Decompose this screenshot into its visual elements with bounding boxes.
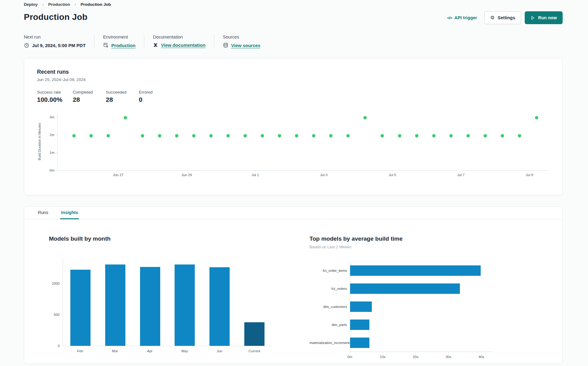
run-duration-dot[interactable] [278,134,281,137]
settings-button[interactable]: ⚙ Settings [484,11,521,24]
sources-block: Sources View sources [223,35,269,48]
bar-slot [167,257,202,346]
run-duration-dot[interactable] [192,134,196,137]
top-models-chart: Top models by average build time Based o… [309,235,493,363]
dbt-docs-icon [153,43,158,48]
run-duration-dot[interactable] [415,134,418,137]
run-duration-dot[interactable] [483,134,487,137]
run-duration-dot[interactable] [312,134,316,137]
environment-block: Environment Production [103,35,144,48]
view-sources-link[interactable]: View sources [231,43,261,48]
x-axis-tick-mark [255,170,256,172]
bar-slot [237,257,272,346]
x-axis-tick-label: Jul 3 [320,173,327,177]
x-axis-tick-label: Jul 5 [389,173,396,177]
run-duration-dot[interactable] [398,134,401,137]
top-models-rows: fct_order_itemsfct_ordersdim_customersdi… [309,261,493,352]
model-row: fct_order_items [309,261,493,279]
run-duration-dot[interactable] [141,134,144,137]
run-duration-dot[interactable] [124,116,127,120]
breadcrumb-production[interactable]: Production [48,2,70,7]
next-run-label: Next run [24,35,86,39]
y-axis-tick-label: 0m [50,168,54,172]
stat-succeeded: Succeeded 28 [106,90,139,103]
chevron-right-icon: › [70,2,81,7]
bar-current[interactable] [244,322,264,346]
next-run-value: Jul 9, 2024, 5:00 PM PDT [32,43,86,48]
recent-runs-title: Recent runs [37,69,549,75]
y-axis-tick-label: 0 [58,344,60,348]
run-duration-dot[interactable] [89,134,93,137]
run-duration-dot[interactable] [364,116,367,120]
tab-strip: Runs Insights [24,207,562,220]
x-axis-tick-label: 10s [380,355,386,359]
y-axis-tick-mark [61,283,63,284]
run-duration-dot[interactable] [158,134,161,137]
stat-value: 28 [73,96,106,103]
run-duration-dot[interactable] [449,134,453,137]
y-axis-tick-mark [56,117,57,117]
run-duration-dot[interactable] [295,134,298,137]
x-axis-tick-mark [383,352,383,353]
bar-materialization_incremental[interactable] [350,338,369,348]
bar-slot [202,257,237,346]
stat-value: 28 [106,96,139,103]
api-trigger-link[interactable]: </> API trigger [447,15,477,20]
tab-insights[interactable]: Insights [60,207,79,219]
y-axis-title: Build Duration in Minutes [38,123,41,160]
view-documentation-link[interactable]: View documentation [161,43,205,48]
bar-feb[interactable] [70,270,91,346]
bar-mar[interactable] [105,264,125,346]
stat-completed: Completed 28 [73,90,106,103]
run-duration-dot[interactable] [535,116,538,120]
bar-dim_customers[interactable] [350,301,372,312]
run-duration-dot[interactable] [518,134,521,137]
environment-label: Environment [103,35,135,39]
run-duration-dot[interactable] [329,134,333,137]
x-axis-category-label: Current [237,349,272,353]
run-duration-dot[interactable] [175,134,179,137]
bar-area [350,298,493,316]
run-duration-dot[interactable] [501,134,504,137]
x-axis-category-label: Jun [202,349,237,353]
breadcrumb: Deploy › Production › Production Job [24,2,111,7]
model-name-label: fct_order_items [309,269,350,272]
run-duration-dot[interactable] [432,134,435,137]
bar-apr[interactable] [140,267,160,346]
code-icon: </> [447,16,452,20]
y-axis-tick-mark [61,315,63,315]
bar-may[interactable] [175,264,195,346]
bar-slot [133,257,168,346]
run-duration-dot[interactable] [227,134,230,137]
environment-link[interactable]: Production [111,43,135,48]
bar-dim_parts[interactable] [350,320,369,330]
run-duration-dot[interactable] [466,134,470,137]
play-icon [531,16,535,20]
models-built-slots [63,257,272,346]
x-axis-tick-mark [530,170,530,172]
run-duration-dot[interactable] [209,134,213,137]
run-duration-dot[interactable] [72,134,76,137]
x-axis-tick-mark [461,170,461,172]
run-now-button[interactable]: Run now [525,11,563,24]
breadcrumb-deploy[interactable]: Deploy [24,2,38,7]
models-built-categories: FebMarAprMayJunCurrent [63,349,272,353]
run-duration-dot[interactable] [106,134,110,137]
recent-runs-stats: Success rate 100.00% Completed 28 Succee… [37,90,549,103]
run-duration-dot[interactable] [381,134,384,137]
stat-value: 0 [139,96,172,103]
run-duration-dot[interactable] [346,134,350,137]
run-duration-dot[interactable] [244,134,247,137]
model-name-label: fct_orders [309,287,350,290]
api-trigger-label: API trigger [454,15,477,20]
stat-errored: Errored 0 [139,90,172,103]
build-duration-chart: Build Duration in Minutes 3m2m1m0mJun 27… [37,110,549,180]
bar-fct_orders[interactable] [350,283,460,294]
tab-runs[interactable]: Runs [37,207,49,219]
database-icon [223,43,228,48]
bar-jun[interactable] [209,267,230,346]
bar-fct_order_items[interactable] [350,265,481,276]
run-duration-dot[interactable] [261,134,264,137]
gear-icon: ⚙ [490,15,494,20]
x-axis-tick-label: Jul 1 [252,173,259,177]
